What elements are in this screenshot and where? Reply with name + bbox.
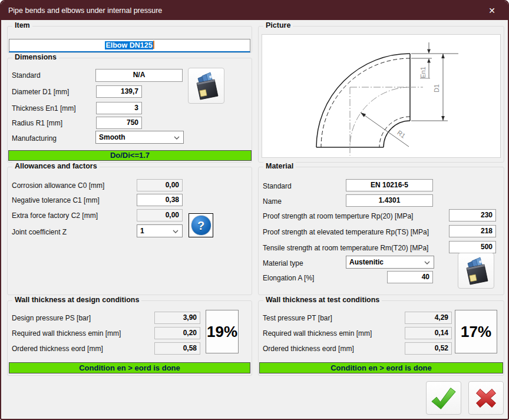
item-name-input[interactable]: Elbow DN125: [9, 39, 250, 52]
manufacturing-label: Manufacturing: [12, 134, 57, 143]
dimensions-status-bar: Do/Di<=1.7: [8, 150, 252, 161]
joint-coefficient-label: Joint coefficient Z: [12, 227, 67, 237]
chevron-down-icon: [424, 261, 430, 264]
corrosion-label: Corrosion allowance C0 [mm]: [12, 181, 104, 190]
design-utilization-badge: 19%: [206, 310, 239, 353]
material-standard-field[interactable]: EN 10216-5: [346, 179, 433, 191]
chevron-down-icon: [173, 230, 179, 233]
group-title: Wall thickness at test conditions: [263, 296, 382, 304]
design-required-label: Required wall thickness emin [mm]: [12, 329, 121, 338]
tensile-label: Tensile strength at room temperature Rm(…: [263, 243, 428, 253]
design-required-field: 0,20: [154, 327, 200, 339]
help-button[interactable]: ?: [189, 213, 213, 237]
material-name-field[interactable]: 1.4301: [346, 194, 433, 207]
standard-field[interactable]: N/A: [95, 69, 183, 82]
checkmark-icon: [429, 385, 458, 411]
test-status-bar: Condition en > eord is done: [259, 362, 503, 373]
material-type-dropdown[interactable]: Austenitic: [346, 256, 434, 269]
joint-coefficient-dropdown[interactable]: 1: [137, 224, 183, 237]
proof-room-label: Proof strength at room temperture Rp(20)…: [263, 211, 413, 221]
group-title: Material: [263, 162, 296, 170]
file-box-icon: [463, 256, 489, 286]
dropdown-value: Smooth: [99, 133, 125, 141]
tolerance-label: Negative tolerance C1 [mm]: [12, 196, 100, 205]
r1-dim-label: R1: [396, 129, 406, 140]
ok-button[interactable]: [426, 381, 461, 415]
elbow-drawing: R1 En1 D1: [262, 34, 501, 158]
d1-dim-label: D1: [433, 84, 440, 92]
manufacturing-dropdown[interactable]: Smooth: [95, 131, 184, 144]
proof-room-field[interactable]: 230: [449, 209, 496, 221]
group-title: Allowances and factors: [12, 162, 100, 170]
extra-force-label: Extra force factory C2 [mm]: [12, 211, 98, 220]
selected-text: Elbow DN125: [105, 41, 153, 49]
design-ordered-label: Ordered thickness eord [mm]: [12, 344, 103, 353]
test-required-label: Required wall thickness emin [mm]: [263, 329, 372, 338]
dimensions-database-button[interactable]: [188, 68, 224, 104]
en1-dim-label: En1: [419, 67, 427, 78]
material-type-label: Material type: [263, 259, 303, 268]
test-utilization-badge: 17%: [455, 310, 497, 353]
dropdown-value: 1: [140, 227, 144, 235]
group-title: Wall thickness at design conditions: [12, 296, 141, 304]
dropdown-value: Austenitic: [349, 258, 384, 266]
radius-label: Radius R1 [mm]: [12, 118, 62, 128]
proof-elevated-label: Proof strength at elevated temperature R…: [263, 227, 429, 237]
diameter-label: Diameter D1 [mm]: [12, 87, 69, 97]
text-caret: [153, 41, 154, 49]
thickness-label: Thickness En1 [mm]: [12, 104, 76, 113]
test-pressure-label: Test pressure PT [bar]: [263, 313, 332, 323]
tensile-field[interactable]: 500: [449, 241, 496, 253]
group-title: Picture: [263, 21, 293, 29]
file-box-icon: [193, 71, 219, 101]
thickness-field[interactable]: 3: [96, 102, 142, 114]
close-icon[interactable]: ✕: [480, 1, 504, 20]
window-title: Pipe bends and elbows under internal pre…: [8, 1, 162, 20]
design-pressure-field: 3,90: [154, 312, 200, 324]
standard-label: Standard: [12, 71, 41, 80]
dialog-window: Pipe bends and elbows under internal pre…: [0, 0, 509, 420]
test-ordered-label: Ordered thickness eord [mm]: [263, 344, 354, 353]
question-mark-icon: ?: [191, 215, 211, 236]
group-title: Dimensions: [12, 53, 59, 61]
diameter-field[interactable]: 139,7: [96, 85, 142, 98]
material-database-button[interactable]: [458, 253, 494, 289]
design-status-bar: Condition en > eord is done: [9, 362, 250, 373]
radius-field[interactable]: 750: [96, 117, 142, 129]
group-title: Item: [12, 21, 32, 29]
cross-icon: [472, 385, 500, 411]
test-pressure-field: 4,29: [405, 312, 452, 324]
cancel-button[interactable]: [468, 381, 504, 415]
elongation-field[interactable]: 40: [387, 271, 433, 283]
corrosion-field: 0,00: [137, 179, 183, 191]
proof-elevated-field[interactable]: 218: [449, 225, 496, 237]
elongation-label: Elongation A [%]: [263, 273, 314, 283]
tolerance-field[interactable]: 0,38: [137, 194, 183, 206]
design-ordered-field: 0,58: [154, 342, 200, 355]
test-required-field: 0,14: [405, 327, 452, 339]
chevron-down-icon: [174, 136, 180, 140]
material-standard-label: Standard: [263, 181, 292, 191]
material-name-label: Name: [263, 197, 282, 206]
test-ordered-field: 0,52: [405, 342, 452, 355]
titlebar: Pipe bends and elbows under internal pre…: [1, 1, 508, 20]
design-pressure-label: Design pressure PS [bar]: [12, 313, 91, 323]
extra-force-field: 0,00: [137, 209, 183, 221]
